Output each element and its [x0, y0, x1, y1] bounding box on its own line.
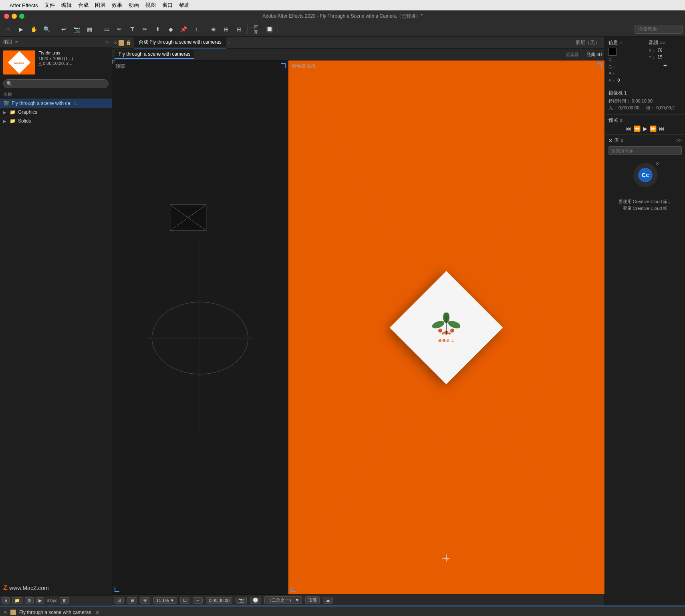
comp-footer-view-btn[interactable]: 🖥 — [127, 597, 137, 604]
expand-arrow-graphics[interactable]: ▶ — [3, 110, 7, 115]
axis-tool[interactable]: ⊕ — [208, 24, 219, 35]
prev-step-back-btn[interactable]: ⏪ — [634, 125, 641, 132]
preview-menu[interactable]: ≡ — [620, 118, 623, 123]
menu-effect[interactable]: 效果 — [112, 2, 122, 9]
roto-tool[interactable]: ↕ — [191, 24, 202, 35]
comp-tab-main[interactable]: 合成 Fly through a scene with cameras — [134, 37, 226, 48]
shape-rect-tool[interactable]: ▭ — [101, 24, 112, 35]
svg-point-19 — [431, 319, 446, 330]
new-folder-button[interactable]: 📁 — [12, 597, 22, 604]
camera-tool[interactable]: 📷 — [71, 24, 82, 35]
expand-arrow-solids[interactable]: ▶ — [3, 119, 7, 123]
pen-tool[interactable]: ✏ — [114, 24, 125, 35]
library-search-input[interactable] — [608, 146, 682, 155]
library-expand[interactable]: >> — [676, 138, 682, 143]
home-tool[interactable]: ⌂ — [2, 24, 14, 35]
cc-close-icon[interactable]: ✕ — [655, 161, 659, 167]
comp-timecode-display[interactable]: 0;00;00;00 — [206, 597, 232, 604]
minimize-button[interactable] — [12, 14, 17, 19]
maximize-button[interactable] — [19, 14, 24, 19]
project-item-graphics-folder[interactable]: ▶ 📁 Graphics — [0, 108, 112, 117]
comp-toolbar: Fly through a scene with cameras 渲染器： 经典… — [112, 49, 604, 60]
comp-footer-fit-btn[interactable]: ⊡ — [180, 597, 189, 604]
comp-footer-quality[interactable]: （二分之一） ▼ — [264, 596, 302, 604]
comp-footer-cam-btn[interactable]: 📷 — [236, 597, 247, 604]
hand-tool[interactable]: ✋ — [28, 24, 39, 35]
menu-view[interactable]: 视图 — [145, 2, 156, 9]
menu-edit[interactable]: 编辑 — [61, 2, 72, 9]
camera-duration-label: 持续时间： — [608, 99, 631, 103]
align-pos-tool[interactable]: ⊞ — [221, 24, 232, 35]
macz-link[interactable]: www.MacZ.com — [9, 585, 49, 591]
text-tool[interactable]: T — [127, 24, 138, 35]
info-x-label: X： — [649, 48, 656, 54]
grid-tool[interactable]: ▦ — [84, 24, 95, 35]
renderer-value[interactable]: 经典 3D — [586, 52, 602, 58]
comp-footer-snap-btn[interactable]: ↔ — [193, 597, 203, 604]
clone-tool[interactable]: ⬆ — [152, 24, 163, 35]
comp-footer-color-btn[interactable]: ⚪ — [250, 597, 261, 604]
puppet-tool[interactable]: ◆ — [165, 24, 176, 35]
info-menu[interactable]: ≡ — [620, 40, 623, 46]
library-close-icon[interactable]: ✕ — [608, 138, 612, 143]
prev-to-end-btn[interactable]: ⏭ — [659, 125, 665, 132]
prev-to-start-btn[interactable]: ⏮ — [626, 125, 631, 132]
menu-layer[interactable]: 图层 — [95, 2, 105, 9]
project-settings-button[interactable]: ⚙ — [25, 597, 34, 604]
tab-close-icon[interactable]: ✕ — [114, 40, 117, 45]
comp-footer-cloud-btn[interactable]: ☁ — [323, 597, 333, 604]
brush-tool[interactable]: ✏ — [139, 24, 151, 35]
title-bar: Adobe After Effects 2020 - Fly Through a… — [0, 10, 685, 22]
right-top-panels: 信息 ≡ R： G： B： A： 0 — [605, 37, 685, 87]
info-x-row: X： 76 — [649, 48, 682, 54]
comp-view-tab[interactable]: Fly through a scene with cameras — [115, 50, 194, 59]
comp-warning-icon: ⚠ — [73, 101, 77, 106]
timeline-menu[interactable]: ≡ — [96, 610, 99, 615]
project-item-solids-folder[interactable]: ▶ 📁 Solids — [0, 117, 112, 125]
prev-play-btn[interactable]: ▶ — [643, 125, 647, 132]
close-button[interactable] — [4, 14, 9, 19]
project-search-input[interactable] — [3, 79, 109, 88]
camera-duration-value: 0;00;10;00 — [632, 99, 653, 103]
menu-help[interactable]: 帮助 — [179, 2, 189, 9]
window-controls — [4, 14, 24, 19]
comp-footer-zoom[interactable]: 11.1% ▼ — [153, 597, 177, 604]
svg-point-25 — [442, 332, 444, 334]
project-thumbnail: NATURA — [3, 50, 35, 74]
align-rot-tool[interactable]: ⊟ — [234, 24, 245, 35]
render-queue-button[interactable]: ▶ — [36, 597, 44, 604]
snap-tool[interactable]: 🔲 — [264, 24, 275, 35]
app-menu-aftereffects[interactable]: After Effects — [10, 2, 38, 8]
audio-menu[interactable]: >> — [660, 40, 665, 46]
menu-file[interactable]: 文件 — [44, 2, 55, 9]
align-panel-btn[interactable]: □ 对齐 — [251, 24, 262, 35]
project-item-composition[interactable]: 🎬 Fly through a scene with ca ⚠ — [0, 99, 112, 108]
bpc-display: 8 bpc — [46, 598, 57, 603]
comp-footer-preview-btn[interactable]: ⊞ — [115, 597, 124, 604]
timeline-title: Fly through a scene with cameras — [19, 610, 91, 615]
comp-tab-menu-icon[interactable]: ≡ — [228, 40, 231, 46]
pin-tool[interactable]: 📌 — [178, 24, 189, 35]
toolbar-sep-3 — [205, 24, 205, 34]
library-cta-text: 要使用 Creative Cloud 库， 登录 Creative Cloud … — [608, 195, 682, 215]
menu-window[interactable]: 窗口 — [162, 2, 173, 9]
zoom-tool[interactable]: 🔍 — [41, 24, 52, 35]
svg-point-20 — [447, 319, 462, 330]
svg-point-26 — [448, 332, 451, 334]
menu-animation[interactable]: 动画 — [129, 2, 139, 9]
project-panel-menu[interactable]: ≡ — [106, 39, 109, 45]
project-item-dimensions: 1920 x 1080 (1...) — [38, 56, 73, 61]
project-folder-graphics-name: Graphics — [18, 109, 37, 115]
comp-footer-3d-btn[interactable]: 👁 — [140, 597, 150, 604]
menu-composition[interactable]: 合成 — [78, 2, 89, 9]
new-comp-button[interactable]: ≡ — [2, 597, 10, 604]
timeline-close-btn[interactable]: ✕ — [3, 610, 7, 615]
prev-step-fwd-btn[interactable]: ⏩ — [650, 125, 657, 132]
cc-logo-area: ✕ Cc — [608, 163, 682, 187]
search-help-input[interactable] — [635, 25, 683, 34]
comp-footer-view-label[interactable]: 顶部 — [305, 596, 320, 604]
library-menu[interactable]: ≡ — [621, 138, 623, 143]
delete-button[interactable]: 🗑 — [60, 597, 69, 604]
undo-tool[interactable]: ↩ — [58, 24, 69, 35]
select-tool[interactable]: ▶ — [15, 24, 26, 35]
